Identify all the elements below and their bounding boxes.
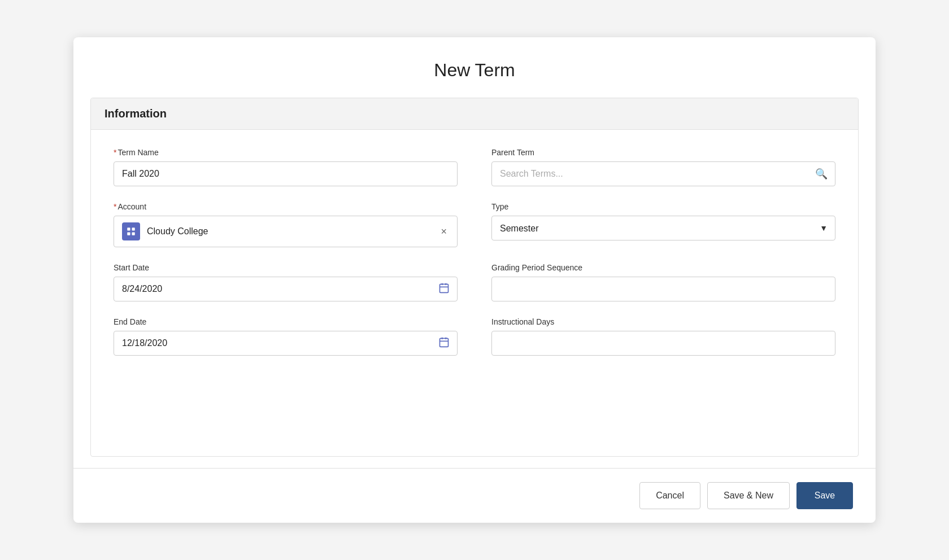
cancel-button[interactable]: Cancel <box>639 482 700 509</box>
section-header: Information <box>91 98 858 130</box>
svg-rect-2 <box>127 233 130 235</box>
grading-period-label: Grading Period Sequence <box>491 263 835 272</box>
account-icon <box>122 222 140 240</box>
term-name-input[interactable] <box>114 161 458 186</box>
type-label: Type <box>491 202 835 211</box>
page-title: New Term <box>73 60 876 81</box>
save-new-button[interactable]: Save & New <box>707 482 790 509</box>
information-section: Information *Term Name Parent Term 🔍 <box>90 98 859 457</box>
term-name-group: *Term Name <box>114 148 458 186</box>
term-name-required-star: * <box>114 148 116 157</box>
start-date-group: Start Date <box>114 263 458 301</box>
start-date-label: Start Date <box>114 263 458 272</box>
save-button[interactable]: Save <box>796 482 853 509</box>
instructional-days-group: Instructional Days <box>491 317 835 356</box>
type-group: Type Semester Quarter Mini-Term Other ▼ <box>491 202 835 247</box>
svg-rect-0 <box>127 228 130 230</box>
svg-rect-3 <box>132 233 135 235</box>
parent-term-input[interactable] <box>491 161 835 186</box>
parent-term-group: Parent Term 🔍 <box>491 148 835 186</box>
end-date-input-wrapper <box>114 331 458 356</box>
start-date-input-wrapper <box>114 277 458 301</box>
new-term-modal: New Term Information *Term Name Parent T… <box>73 37 876 523</box>
svg-rect-1 <box>132 228 135 230</box>
modal-footer: Cancel Save & New Save <box>73 468 876 523</box>
form-grid: *Term Name Parent Term 🔍 *Account <box>114 148 835 356</box>
start-date-input[interactable] <box>114 277 458 301</box>
end-date-input[interactable] <box>114 331 458 356</box>
term-name-label: *Term Name <box>114 148 458 157</box>
parent-term-label: Parent Term <box>491 148 835 157</box>
grading-period-input[interactable] <box>491 277 835 301</box>
account-field[interactable]: Cloudy College × <box>114 216 458 247</box>
account-clear-button[interactable]: × <box>438 224 449 239</box>
grading-period-group: Grading Period Sequence <box>491 263 835 301</box>
account-required-star: * <box>114 202 116 211</box>
section-title: Information <box>105 107 167 120</box>
account-label: *Account <box>114 202 458 211</box>
instructional-days-label: Instructional Days <box>491 317 835 326</box>
type-select-wrapper: Semester Quarter Mini-Term Other ▼ <box>491 216 835 240</box>
account-name: Cloudy College <box>147 226 432 237</box>
instructional-days-input[interactable] <box>491 331 835 356</box>
parent-term-input-wrapper: 🔍 <box>491 161 835 186</box>
section-body: *Term Name Parent Term 🔍 *Account <box>91 130 858 374</box>
account-group: *Account Cloudy College × <box>114 202 458 247</box>
account-grid-icon <box>126 226 136 237</box>
type-select[interactable]: Semester Quarter Mini-Term Other <box>491 216 835 240</box>
modal-header: New Term <box>73 37 876 98</box>
end-date-label: End Date <box>114 317 458 326</box>
end-date-group: End Date <box>114 317 458 356</box>
